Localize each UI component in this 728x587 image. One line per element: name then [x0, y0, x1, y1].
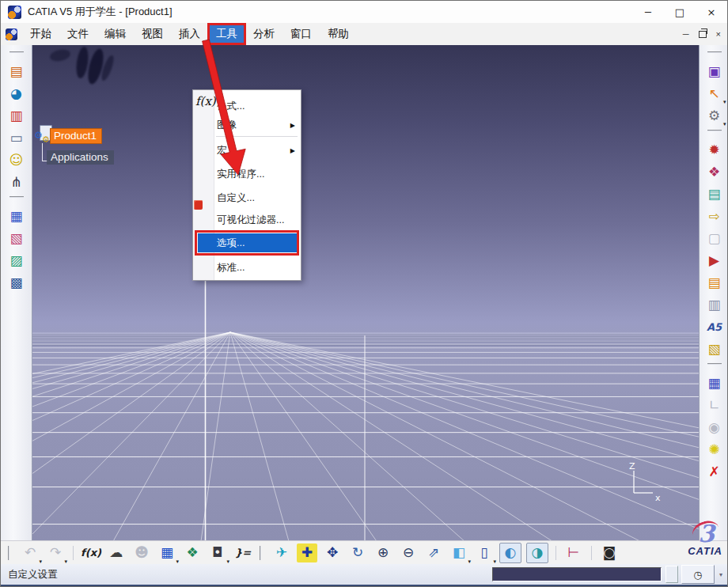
menubar-item-edit[interactable]: 编辑 [97, 25, 133, 44]
toolbar-handle[interactable] [260, 546, 265, 560]
menubar-item-analyze[interactable]: 分析 [246, 25, 282, 44]
tools-menu-item-options[interactable]: 选项... [198, 233, 297, 252]
rotate-icon[interactable]: ↻ [347, 543, 368, 562]
lock-icon[interactable]: ◘▾ [207, 543, 228, 562]
paste-special-icon[interactable]: ▢ [704, 229, 725, 248]
formula-icon[interactable]: f(x) [81, 543, 101, 562]
zoom-in-icon[interactable]: ⊕ [373, 543, 393, 562]
dropdown-caret-icon[interactable]: ▾ [723, 99, 726, 105]
relations-icon[interactable]: ❖ [182, 543, 203, 562]
group-tree-icon-glyph: ▧ [707, 343, 720, 356]
toolbar-handle[interactable] [707, 51, 722, 57]
measure-ruler-icon[interactable]: ∟ [704, 396, 725, 415]
submenu-arrow-icon: ▶ [290, 122, 295, 129]
minimize-button[interactable]: ─ [632, 1, 664, 23]
left-toolbar: ▤◕▥▭☺⋔▦▧▨▩ [1, 45, 32, 540]
update-icon[interactable]: ✹ [704, 140, 725, 159]
tools-menu-item-visualization-filters[interactable]: 可视化过滤器... [217, 212, 297, 228]
comment-icon[interactable]: ☁ [106, 543, 127, 562]
menubar-item-help[interactable]: 帮助 [320, 25, 356, 44]
undo-icon[interactable]: ↶▾ [20, 543, 40, 562]
tools-menu-item-image[interactable]: 图像▶ [217, 117, 297, 133]
child-minimize-button[interactable]: ─ [683, 29, 689, 39]
status-caret-icon[interactable]: ▾ [719, 571, 722, 578]
smart-insert-icon[interactable]: ☺ [6, 150, 27, 169]
equivalent-dimensions-icon[interactable]: }= [233, 543, 253, 562]
measure-between-icon[interactable]: ⊢ [563, 543, 584, 562]
dropdown-caret-icon[interactable]: ▾ [723, 121, 726, 127]
toolbar-handle[interactable] [9, 51, 24, 57]
named-views-icon[interactable]: ▯▾ [474, 543, 495, 562]
process-doc-icon[interactable]: ▤ [704, 184, 725, 203]
toolbar-handle[interactable] [707, 363, 722, 369]
graph-tree-reordering-icon[interactable]: ⋔ [6, 172, 27, 191]
light-bulb-on-icon-glyph: ✺ [708, 443, 719, 456]
multi-instantiation-icon[interactable]: ▦ [6, 206, 27, 225]
selection-sets-icon[interactable]: ▤ [704, 273, 725, 292]
menubar-item-tools[interactable]: 工具 [209, 25, 245, 44]
component-constraints-icon[interactable]: ▧ [6, 229, 27, 248]
component-icon[interactable]: ◕ [6, 84, 27, 103]
component-positioning-icon[interactable]: ▭ [6, 128, 27, 147]
product-structure-icon[interactable]: ▤ [6, 62, 27, 81]
clock-button[interactable]: ◷ [681, 565, 715, 584]
fit-all-in-icon[interactable]: ✚ [297, 543, 317, 562]
snap-tool-icon[interactable]: ⚙▾ [704, 106, 725, 125]
person-icon[interactable]: ☻ [131, 543, 152, 562]
menubar-item-window[interactable]: 窗口 [283, 25, 319, 44]
command-input-field[interactable] [492, 567, 662, 581]
redo-icon[interactable]: ↷▾ [45, 543, 66, 562]
text-format-icon[interactable]: A5 [704, 317, 725, 336]
maximize-button[interactable]: □ [664, 1, 696, 23]
menubar-item-start[interactable]: 开始 [23, 25, 59, 44]
shading-render-icon[interactable]: ◐ [499, 543, 521, 563]
design-table-icon[interactable]: ▦▾ [157, 543, 177, 562]
isometric-view-icon[interactable]: ◧▾ [449, 543, 469, 562]
light-bulb-off-icon[interactable]: ✗ [704, 462, 725, 481]
existing-component-icon[interactable]: ▥ [6, 106, 27, 125]
child-restore-button[interactable] [699, 31, 707, 38]
menubar-item-file[interactable]: 文件 [60, 25, 96, 44]
child-close-button[interactable]: × [716, 29, 721, 39]
toolbar-handle[interactable] [707, 130, 722, 135]
product-structure-icon-glyph: ▤ [9, 65, 22, 78]
tree-node-applications[interactable]: Applications [47, 150, 114, 165]
pan-icon[interactable]: ✥ [322, 543, 343, 562]
toolbar-handle[interactable] [8, 546, 13, 560]
menubar-item-insert[interactable]: 插入 [172, 25, 207, 44]
screen-capture-icon[interactable]: ◙ [599, 543, 620, 562]
open-catalog-icon[interactable]: ▶ [704, 251, 725, 270]
viewport-3d[interactable]: Zx ⚙ ⚙ Product1 Applications [32, 45, 699, 540]
grid-tree-icon[interactable]: ▦ [704, 373, 725, 392]
group-tree-icon[interactable]: ▧ [704, 339, 725, 358]
multi-instantiation-icon-glyph: ▦ [9, 210, 22, 223]
eye-icon[interactable]: ◉ [704, 418, 725, 437]
fly-mode-icon[interactable]: ✈ [271, 543, 292, 562]
shading-edges-render-icon[interactable]: ◑ [526, 543, 548, 563]
tools-menu-item-standards[interactable]: 标准... [217, 259, 297, 275]
reuse-pattern-icon[interactable]: ▨ [6, 251, 27, 270]
menubar-item-view[interactable]: 视图 [135, 25, 170, 44]
product-report-icon[interactable]: ▩ [6, 273, 27, 292]
catia-logo: 3 CATIA [675, 520, 726, 564]
zoom-out-icon[interactable]: ⊖ [398, 543, 419, 562]
tools-menu-item-utility[interactable]: 实用程序... [217, 166, 297, 182]
close-button[interactable]: × [696, 1, 727, 23]
menu-bar: 开始文件编辑视图插入工具分析窗口帮助 ─ × [1, 23, 727, 46]
toolbar-handle[interactable] [9, 196, 24, 202]
measure-ruler-icon-glyph: ∟ [708, 399, 719, 412]
tools-menu-item-macro[interactable]: 宏▶ [217, 142, 297, 158]
menu-item-label: 选项... [217, 237, 297, 250]
tree-node-product1[interactable]: Product1 [50, 128, 102, 144]
select-tool-icon[interactable]: ↖▾ [704, 84, 725, 103]
workbench-icon[interactable]: ▣ [704, 62, 725, 81]
tools-menu-item-formula[interactable]: 公式... [217, 98, 297, 114]
tools-menu-item-customize[interactable]: 自定义... [217, 190, 297, 206]
grid-tree-icon-glyph: ▦ [707, 377, 720, 390]
knowledge-doc-icon[interactable]: ❖ [704, 162, 725, 181]
normal-view-icon[interactable]: ⇗ [423, 543, 444, 562]
light-bulb-on-icon[interactable]: ✺ [704, 440, 725, 459]
export-doc-icon[interactable]: ⇨ [704, 206, 725, 225]
status-blank-button[interactable] [665, 566, 678, 583]
hidden-objects-icon[interactable]: ▥ [704, 295, 725, 314]
